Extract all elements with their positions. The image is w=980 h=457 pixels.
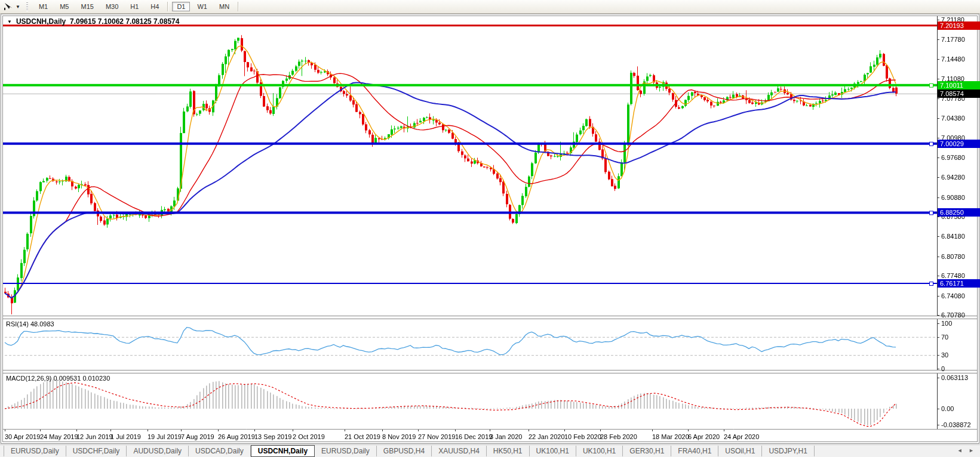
date-label: 19 Jul 2019 [148,433,182,440]
hline-price-badge: 6.76171 [938,279,980,288]
rsi-label: RSI(14) 48.0983 [6,320,54,328]
date-label: 16 Dec 2019 [455,433,492,440]
date-label: 2 Oct 2019 [293,433,325,440]
chart-canvas[interactable] [0,0,980,457]
price-tick-label: 6.74080 [941,292,965,299]
price-tick-label: 7.17780 [941,36,965,43]
price-tick-label: 6.90880 [941,194,965,201]
macd-tick-label: -0.038872 [941,421,971,428]
tab-scroll-nav: ◄ ► [957,447,976,453]
rsi-tick-label: 100 [941,320,952,327]
date-label: 18 Mar 2020 [652,433,689,440]
price-tick-label: 6.80780 [941,253,965,260]
date-label: 30 Apr 2019 [5,433,40,440]
date-label: 7 Aug 2019 [181,433,214,440]
hline-price-badge: 6.88250 [938,208,980,217]
chart-title: ▼USDCNH,Daily 7.09615 7.10062 7.08125 7.… [7,17,179,26]
price-tick-label: 6.77480 [941,272,965,279]
date-label: 28 Feb 2020 [600,433,637,440]
chart-ohlc-values: 7.09615 7.10062 7.08125 7.08574 [70,17,180,26]
rsi-tick-label: 0 [941,365,945,372]
hline-price-badge: 7.10011 [938,81,980,89]
macd-label: MACD(12,26,9) 0.009531 0.010230 [6,375,110,382]
date-label: 27 Nov 2019 [418,433,455,440]
price-tick-label: 6.70780 [941,311,965,319]
rsi-pane-splitter[interactable] [3,316,977,319]
price-tick-label: 6.94280 [941,174,965,181]
hline-price-badge: 7.00029 [938,140,980,148]
price-tick-label: 7.14480 [941,55,965,63]
chart-symbol-label: USDCNH,Daily [16,17,66,26]
price-tick-label: 6.97680 [941,154,965,161]
date-label: 26 Aug 2019 [218,433,255,440]
rsi-tick-label: 30 [941,351,948,359]
date-label: 10 Feb 2020 [564,433,601,440]
symbol-dropdown-icon[interactable]: ▼ [7,19,12,24]
date-label: 1 Jul 2019 [110,433,141,440]
date-label: 21 Oct 2019 [345,433,380,440]
terminal-root: ▼ M1M5M15M30H1H4D1W1MN ▼USDCNH,Daily 7.0… [0,0,980,457]
date-label: 8 Nov 2019 [382,433,416,440]
price-tick-label: 6.84180 [941,233,965,240]
hline-price-badge: 7.20193 [938,21,980,30]
date-label: 3 Jan 2020 [490,433,522,440]
macd-tick-label: 0.00 [941,405,954,412]
hline-price-badge: 7.08574 [938,89,980,98]
date-label: 24 May 2019 [40,433,78,440]
date-label: 24 Apr 2020 [724,433,759,440]
price-tick-label: 7.04380 [941,115,965,122]
date-label: 13 Sep 2019 [254,433,291,440]
macd-tick-label: 0.063113 [941,374,968,381]
tabs-scroll-right-icon[interactable]: ► [969,447,976,453]
date-label: 22 Jan 2020 [529,433,565,440]
tabs-scroll-left-icon[interactable]: ◄ [957,447,965,453]
macd-pane-splitter[interactable] [3,370,977,373]
date-label: 6 Apr 2020 [688,433,720,440]
date-label: 12 Jun 2019 [76,433,113,440]
rsi-tick-label: 70 [941,334,948,341]
